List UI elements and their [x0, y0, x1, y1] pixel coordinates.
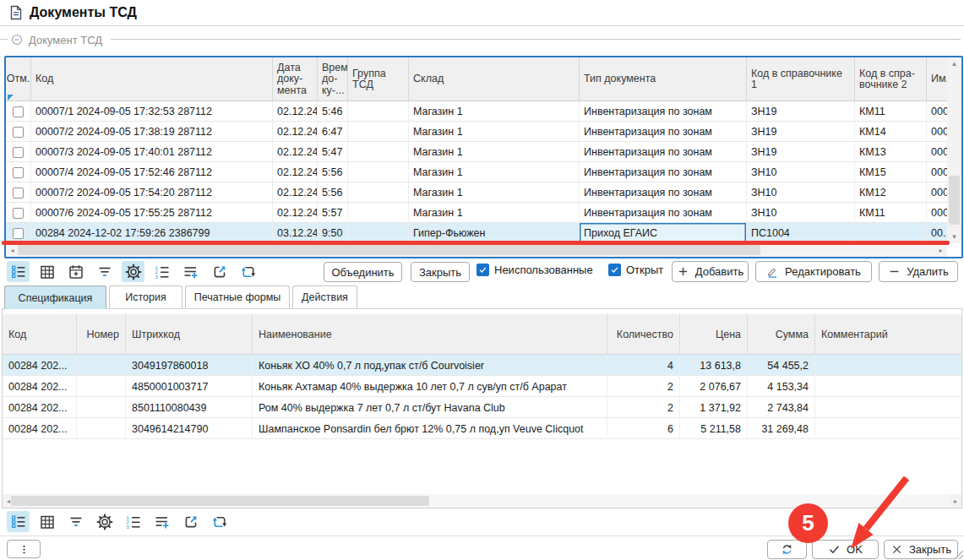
- tab-print-forms[interactable]: Печатные формы: [185, 285, 290, 308]
- row-checkbox[interactable]: [13, 188, 24, 198]
- delete-button[interactable]: Удалить: [879, 261, 958, 282]
- table-row[interactable]: 00007/6 2024-09-05 17:55:25 287112 02.12…: [6, 203, 947, 223]
- filter-icon[interactable]: [93, 261, 116, 282]
- settings-gear-icon[interactable]: [122, 261, 144, 282]
- refresh-icon: [781, 543, 793, 556]
- refresh-button[interactable]: [767, 540, 807, 559]
- scroll-up-arrow[interactable]: ▲: [947, 57, 961, 70]
- row-checkbox[interactable]: [13, 167, 24, 178]
- column-header-kod[interactable]: Код: [31, 57, 273, 101]
- spec-row[interactable]: 00284 202... 4850001003717 Коньяк Ахтама…: [3, 376, 961, 397]
- tab-actions[interactable]: Действия: [292, 285, 357, 308]
- scroll-left-arrow[interactable]: ◂: [6, 243, 19, 257]
- vertical-dots-icon: [18, 543, 30, 556]
- cell-kod1: ЗН10: [747, 182, 855, 203]
- table-row[interactable]: 00007/2 2024-09-05 17:54:20 287112 02.12…: [6, 182, 947, 203]
- add-button[interactable]: Добавить: [672, 261, 749, 282]
- cell-sklad: Магазин 1: [409, 122, 580, 142]
- cell-im: 000: [927, 182, 947, 203]
- cell-im: 000: [927, 203, 947, 223]
- edit-button[interactable]: Редактировать: [755, 261, 872, 282]
- menu-dots-button[interactable]: [7, 540, 41, 558]
- sync-icon[interactable]: [237, 261, 259, 282]
- cell-kod2: КМ14: [855, 122, 927, 142]
- spec-header-price[interactable]: Цена: [680, 314, 748, 355]
- scroll-right-arrow[interactable]: ▸: [950, 494, 961, 508]
- list-view-icon[interactable]: [7, 511, 30, 532]
- cell-kod1: ЗН10: [747, 162, 855, 182]
- spec-row-selected[interactable]: 00284 202... 3049197860018 Коньяк ХО 40%…: [3, 355, 961, 376]
- column-header-kod2[interactable]: Код в спра- вочнике 2: [855, 57, 927, 101]
- spec-cell-nomer: [77, 355, 126, 376]
- spec-header-name[interactable]: Наименование: [253, 314, 607, 355]
- cell-kod: 00007/2 2024-09-05 17:54:20 287112: [31, 182, 273, 203]
- sync-icon[interactable]: [208, 511, 231, 532]
- open-checkbox[interactable]: Открыт: [608, 264, 663, 276]
- close-documents-button[interactable]: Закрыть: [411, 262, 470, 282]
- grid-view-icon[interactable]: [35, 261, 58, 282]
- spec-row[interactable]: 00284 202... 8501110080439 Ром 40% выдер…: [3, 397, 961, 418]
- column-header-kod1[interactable]: Код в справочнике 1: [747, 57, 855, 101]
- row-checkbox[interactable]: [13, 228, 24, 239]
- open-external-icon[interactable]: [208, 261, 231, 282]
- scroll-right-arrow[interactable]: ▸: [934, 243, 947, 257]
- resize-grip[interactable]: [953, 549, 963, 559]
- cell-date: 02.12.24: [273, 182, 318, 203]
- spec-header-sum[interactable]: Сумма: [748, 314, 815, 355]
- annotation-underline: [2, 241, 950, 245]
- row-checkbox[interactable]: [13, 147, 24, 158]
- filter-icon[interactable]: [64, 511, 87, 532]
- column-header-time[interactable]: Врем до- ку-...: [318, 57, 348, 101]
- column-header-date[interactable]: Дата доку- мента: [273, 57, 318, 101]
- table-row[interactable]: 00007/4 2024-09-05 17:52:46 287112 02.12…: [6, 162, 947, 182]
- calendar-icon[interactable]: [64, 261, 87, 282]
- app-window: Документы ТСД Документ ТСД Отм. Код Дата…: [0, 0, 964, 560]
- table-row[interactable]: 00007/1 2024-09-05 17:32:53 287112 02.12…: [6, 101, 947, 122]
- cell-type: Инвентаризация по зонам: [580, 142, 747, 162]
- row-checkbox[interactable]: [13, 208, 24, 219]
- cell-type: Инвентаризация по зонам: [580, 162, 747, 182]
- spec-header-barcode[interactable]: Штрихкод: [126, 314, 253, 355]
- unused-checkbox[interactable]: Неиспользованные: [477, 264, 593, 276]
- column-header-sklad[interactable]: Склад: [409, 57, 580, 101]
- spec-scrollbar-thumb[interactable]: [11, 496, 429, 506]
- add-to-list-icon[interactable]: [150, 511, 173, 532]
- column-header-group[interactable]: Группа ТСД: [348, 57, 409, 101]
- merge-button-label: Объединить: [331, 266, 394, 279]
- cell-kod1: ЗН10: [747, 203, 855, 223]
- spec-cell-qty: 6: [607, 418, 680, 439]
- row-checkbox[interactable]: [13, 106, 24, 117]
- spec-row[interactable]: 00284 202... 3049614214790 Шампанское Po…: [3, 418, 961, 439]
- column-header-type[interactable]: Тип документа: [580, 57, 747, 101]
- spec-header-qty[interactable]: Количество: [607, 314, 680, 355]
- column-header-im[interactable]: Им...: [927, 57, 947, 101]
- cell-group: [348, 122, 409, 142]
- cell-im: 000: [927, 162, 947, 182]
- spec-cell-qty: 2: [607, 376, 680, 397]
- open-external-icon[interactable]: [179, 511, 202, 532]
- numbered-list-icon[interactable]: [122, 511, 144, 532]
- settings-gear-icon[interactable]: [93, 511, 116, 532]
- grid-view-icon[interactable]: [35, 511, 58, 532]
- collapse-icon[interactable]: [10, 33, 24, 46]
- list-view-icon[interactable]: [7, 261, 30, 282]
- spec-cell-price: 13 613,8: [680, 355, 748, 376]
- spec-cell-sum: 4 153,34: [748, 376, 815, 397]
- horizontal-scrollbar-thumb[interactable]: [18, 245, 760, 255]
- cell-date: 02.12.24: [273, 122, 318, 142]
- spec-header-comment[interactable]: Комментарий: [815, 314, 961, 355]
- cell-kod: 00007/4 2024-09-05 17:52:46 287112: [31, 162, 273, 182]
- add-to-list-icon[interactable]: [179, 261, 202, 282]
- spec-header-nomer[interactable]: Номер: [77, 314, 126, 355]
- merge-button[interactable]: Объединить: [324, 262, 402, 282]
- table-row[interactable]: 00007/3 2024-09-05 17:40:01 287112 02.12…: [6, 142, 947, 162]
- row-checkbox[interactable]: [13, 127, 24, 138]
- table-row[interactable]: 00007/2 2024-09-05 17:38:19 287112 02.12…: [6, 122, 947, 142]
- tab-specification[interactable]: Спецификация: [4, 285, 106, 309]
- numbered-list-icon[interactable]: [150, 261, 173, 282]
- spec-header-kod[interactable]: Код: [3, 314, 77, 355]
- tab-history[interactable]: История: [109, 285, 182, 308]
- spec-cell-name: Шампанское Ponsardin бел брют 12% 0,75 л…: [253, 418, 607, 439]
- vertical-scrollbar-thumb[interactable]: [949, 176, 960, 225]
- spec-cell-qty: 4: [607, 355, 680, 376]
